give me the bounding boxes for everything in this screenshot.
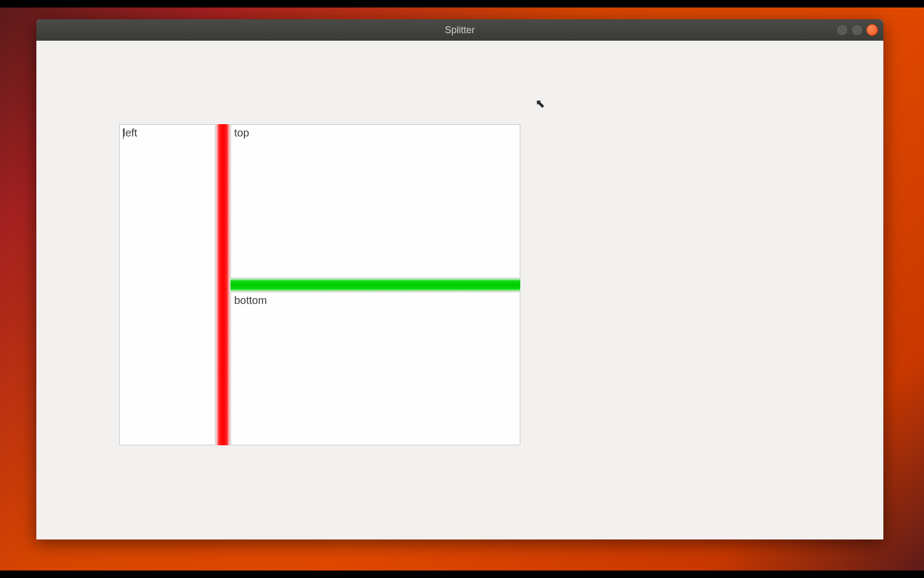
close-button[interactable] bbox=[866, 24, 878, 36]
maximize-button[interactable] bbox=[851, 24, 863, 36]
minimize-button[interactable] bbox=[836, 24, 848, 36]
left-pane-label: left bbox=[123, 127, 137, 139]
vertical-splitter-handle[interactable] bbox=[215, 124, 230, 445]
splitter-container: left top bottom bbox=[119, 124, 520, 445]
mouse-cursor-icon: ⬉ bbox=[535, 97, 545, 111]
bottom-pane-label: bottom bbox=[234, 294, 267, 306]
window-content: left top bottom bbox=[36, 41, 883, 539]
window-controls bbox=[836, 24, 878, 36]
right-side-container: top bottom bbox=[230, 124, 520, 445]
application-window: Splitter left top bbox=[36, 19, 883, 539]
horizontal-splitter-handle[interactable] bbox=[230, 278, 520, 292]
top-pane-label: top bbox=[234, 127, 249, 139]
top-pane[interactable]: top bbox=[230, 124, 520, 278]
left-pane[interactable]: left bbox=[119, 124, 215, 445]
window-title: Splitter bbox=[36, 25, 883, 36]
desktop-background: Splitter left top bbox=[0, 0, 924, 578]
letterbox-top bbox=[0, 0, 924, 7]
bottom-pane[interactable]: bottom bbox=[230, 292, 520, 446]
titlebar[interactable]: Splitter bbox=[36, 19, 883, 41]
letterbox-bottom bbox=[0, 571, 924, 578]
